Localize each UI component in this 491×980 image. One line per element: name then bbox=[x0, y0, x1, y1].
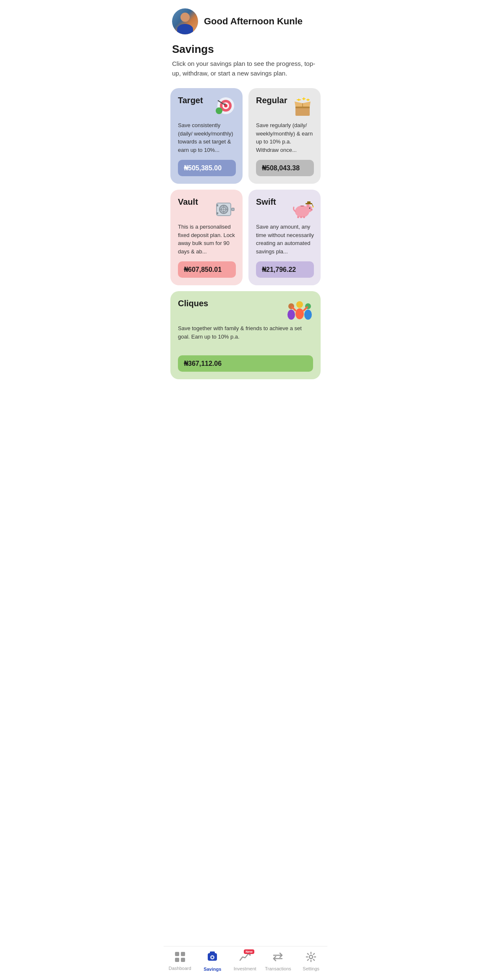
card-target[interactable]: Target Save consistently (daily/ weekly/… bbox=[170, 88, 243, 184]
svg-rect-8 bbox=[295, 107, 310, 108]
svg-rect-33 bbox=[297, 216, 299, 218]
svg-rect-21 bbox=[232, 208, 234, 211]
card-swift-name: Swift bbox=[256, 197, 276, 207]
svg-rect-35 bbox=[303, 216, 305, 218]
svg-point-41 bbox=[287, 310, 295, 320]
svg-point-39 bbox=[313, 206, 314, 208]
section-description: Click on your savings plan to see the pr… bbox=[164, 59, 327, 88]
svg-point-27 bbox=[307, 205, 309, 207]
header: Good Afternoon Kunle bbox=[164, 0, 327, 39]
swift-icon bbox=[291, 197, 314, 223]
card-regular-desc: Save regularly (daily/ weekly/monthly) &… bbox=[256, 121, 314, 154]
svg-point-30 bbox=[311, 209, 311, 210]
svg-point-43 bbox=[295, 308, 304, 319]
svg-point-28 bbox=[309, 208, 311, 209]
svg-point-29 bbox=[310, 209, 313, 211]
card-target-amount: ₦505,385.00 bbox=[178, 160, 236, 176]
card-regular-name: Regular bbox=[256, 96, 287, 105]
card-cliques-name: Cliques bbox=[178, 299, 208, 308]
svg-point-45 bbox=[304, 310, 312, 320]
card-target-desc: Save consistently (daily/ weekly/monthly… bbox=[178, 121, 236, 154]
card-swift-amount: ₦21,796.22 bbox=[256, 261, 314, 278]
card-vault[interactable]: Vault Thi bbox=[170, 190, 243, 285]
svg-rect-23 bbox=[217, 212, 218, 214]
target-icon bbox=[213, 96, 236, 121]
svg-line-38 bbox=[312, 204, 313, 206]
section-title: Savings bbox=[164, 39, 327, 59]
greeting-text: Good Afternoon Kunle bbox=[204, 16, 303, 27]
avatar bbox=[172, 8, 198, 34]
card-swift-desc: Save any amount, any time without necess… bbox=[256, 223, 314, 255]
card-cliques[interactable]: Cliques S bbox=[170, 291, 321, 379]
svg-point-42 bbox=[296, 301, 303, 308]
card-cliques-amount: ₦367,112.06 bbox=[178, 355, 313, 372]
card-vault-amount: ₦607,850.01 bbox=[178, 261, 236, 278]
savings-cards-grid: Target Save consistently (daily/ weekly/… bbox=[164, 88, 327, 285]
regular-icon bbox=[291, 96, 314, 121]
card-regular[interactable]: Regular bbox=[248, 88, 321, 184]
card-regular-amount: ₦508,043.38 bbox=[256, 160, 314, 176]
card-swift[interactable]: Swift bbox=[248, 190, 321, 285]
svg-point-31 bbox=[311, 209, 312, 210]
cliques-card-wrapper: Cliques S bbox=[164, 291, 327, 379]
svg-point-6 bbox=[216, 107, 222, 114]
vault-icon bbox=[213, 197, 236, 223]
svg-rect-34 bbox=[300, 216, 302, 218]
card-vault-desc: This is a personalised fixed deposit pla… bbox=[178, 223, 236, 255]
card-target-name: Target bbox=[178, 96, 203, 105]
cliques-icon bbox=[286, 299, 313, 324]
card-vault-name: Vault bbox=[178, 197, 198, 207]
svg-rect-37 bbox=[307, 201, 311, 203]
card-cliques-desc: Save together with family & friends to a… bbox=[178, 324, 313, 349]
svg-rect-22 bbox=[217, 204, 218, 206]
svg-rect-32 bbox=[300, 206, 304, 206]
